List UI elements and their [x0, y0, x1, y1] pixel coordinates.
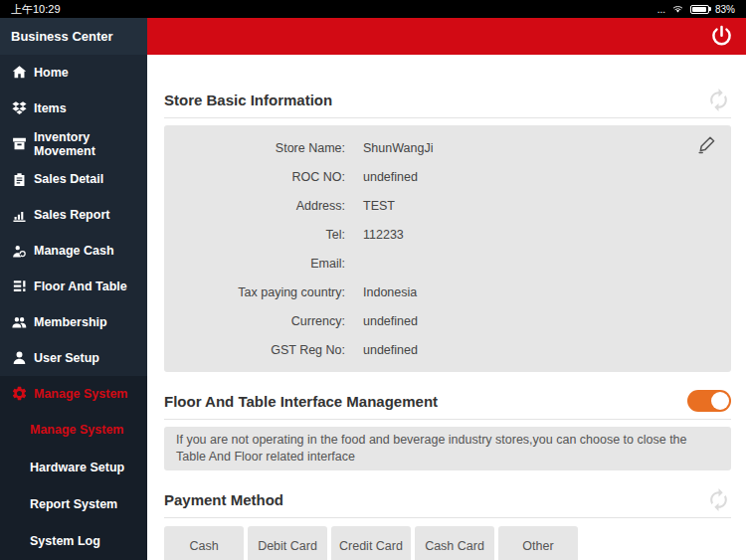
main-area: Store Basic Information Store Name:ShunW…	[147, 18, 746, 560]
content: Store Basic Information Store Name:ShunW…	[147, 55, 746, 560]
field-value: 112233	[363, 228, 404, 242]
payment-credit-card-button[interactable]: Credit Card	[331, 526, 411, 560]
inventory-icon	[11, 135, 28, 152]
floor-table-toggle[interactable]	[687, 390, 731, 412]
sync-icon	[706, 487, 731, 512]
field-row: Address:TEST	[164, 191, 731, 220]
edit-store-info-button[interactable]	[695, 133, 719, 157]
power-icon	[709, 24, 734, 49]
field-row: Tel:112233	[164, 220, 731, 249]
sidebar-item-home[interactable]: Home	[0, 55, 147, 91]
people-icon	[11, 313, 28, 330]
bar-chart-icon	[11, 207, 28, 224]
clipboard-icon	[11, 171, 28, 188]
toggle-knob	[711, 392, 729, 410]
field-row: Store Name:ShunWangJi	[164, 133, 731, 162]
sidebar-submenu: Manage System Hardware Setup Report Syst…	[0, 411, 147, 560]
payment-methods-row: Cash Debit Card Credit Card Cash Card Ot…	[164, 526, 731, 560]
sidebar-subitem-hardware-setup[interactable]: Hardware Setup	[0, 449, 147, 485]
field-value: ShunWangJi	[363, 141, 433, 155]
floor-table-note: If you are not operating in the food and…	[164, 427, 731, 470]
gear-icon	[11, 385, 28, 402]
battery-icon	[690, 5, 709, 14]
store-info-header: Store Basic Information	[164, 87, 731, 112]
sidebar-item-items[interactable]: Items	[0, 91, 147, 126]
sidebar-item-manage-system[interactable]: Manage System	[0, 376, 147, 412]
field-value: undefined	[363, 314, 418, 328]
field-value: undefined	[363, 343, 418, 357]
divider	[164, 117, 731, 118]
power-button[interactable]	[709, 24, 734, 49]
divider	[164, 419, 731, 420]
sidebar-subitem-report-system[interactable]: Report System	[0, 485, 147, 522]
sidebar-item-inventory-movement[interactable]: Inventory Movement	[0, 126, 147, 162]
section-title: Store Basic Information	[164, 92, 332, 108]
field-row: Email:	[164, 249, 731, 278]
status-time: 上午10:29	[11, 2, 61, 17]
divider	[164, 517, 731, 518]
field-value: TEST	[363, 199, 395, 213]
payment-cash-card-button[interactable]: Cash Card	[415, 526, 494, 560]
field-row: Currency:undefined	[164, 306, 731, 335]
field-row: GST Reg No:undefined	[164, 335, 731, 364]
more-dots-icon: ...	[657, 4, 665, 15]
wifi-icon	[671, 3, 684, 15]
sidebar-subitem-manage-system[interactable]: Manage System	[0, 411, 147, 448]
sidebar-item-sales-report[interactable]: Sales Report	[0, 197, 147, 233]
cash-person-icon	[11, 243, 28, 260]
sidebar-item-sales-detail[interactable]: Sales Detail	[0, 162, 147, 198]
person-icon	[11, 349, 28, 366]
sidebar-item-manage-cash[interactable]: Manage Cash	[0, 233, 147, 269]
section-title: Payment Method	[164, 491, 283, 508]
sidebar-item-user-setup[interactable]: User Setup	[0, 340, 147, 376]
field-value: Indonesia	[363, 285, 417, 299]
status-icons: ... 83%	[657, 3, 735, 15]
section-title: Floor And Table Interface Management	[164, 393, 438, 410]
sidebar-item-floor-and-table[interactable]: Floor And Table	[0, 269, 147, 304]
pencil-icon	[695, 133, 719, 157]
screen: 上午10:29 ... 83% Business Center Home Ite…	[0, 0, 746, 560]
sidebar-title: Business Center	[0, 18, 147, 55]
store-info-panel: Store Name:ShunWangJi ROC NO:undefined A…	[164, 125, 731, 372]
field-value: undefined	[363, 170, 418, 184]
field-row: ROC NO:undefined	[164, 162, 731, 191]
payment-cash-button[interactable]: Cash	[164, 526, 244, 560]
refresh-store-info-button[interactable]	[706, 88, 731, 112]
list-alert-icon	[11, 278, 28, 294]
home-icon	[11, 64, 28, 81]
payment-header: Payment Method	[164, 486, 731, 512]
field-row: Tax paying country:Indonesia	[164, 278, 731, 306]
payment-other-button[interactable]: Other	[498, 526, 578, 560]
sidebar-subitem-system-log[interactable]: System Log	[0, 523, 147, 560]
app-header-bar	[147, 18, 746, 55]
sidebar-item-membership[interactable]: Membership	[0, 304, 147, 340]
sidebar: Business Center Home Items Inventory Mov…	[0, 18, 147, 560]
payment-debit-card-button[interactable]: Debit Card	[248, 526, 327, 560]
battery-percent: 83%	[715, 4, 735, 15]
refresh-payment-button[interactable]	[706, 487, 731, 512]
status-bar: 上午10:29 ... 83%	[0, 0, 746, 18]
floor-table-header: Floor And Table Interface Management	[164, 388, 731, 414]
sync-icon	[706, 88, 731, 112]
items-icon	[11, 99, 28, 116]
